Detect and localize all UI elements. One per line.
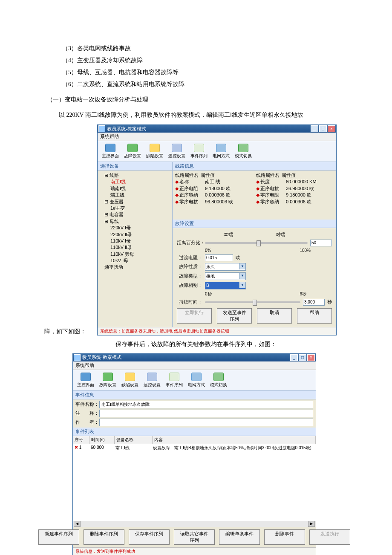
tb-main[interactable]: 主控界面 — [75, 372, 96, 389]
tree-item[interactable]: 220kV Ⅱ母 — [100, 231, 170, 238]
tb-grid[interactable]: 电网方式 — [211, 143, 231, 160]
scroll-right-icon[interactable]: ▶ — [308, 521, 315, 527]
resistance-input[interactable]: 0.015 — [205, 254, 233, 261]
send-exec-button[interactable]: 发送执行 — [309, 529, 350, 545]
del-event-button[interactable]: 删除事件 — [264, 529, 305, 545]
label-resistance: 过渡电阻： — [177, 254, 202, 261]
info-header: 事件信息 — [73, 391, 316, 399]
menubar[interactable]: 系统帮助 — [98, 133, 336, 141]
tree-item[interactable]: 频率扰动 — [100, 264, 170, 270]
table-header: 序号 时间(s) 设备名称 内容 — [73, 436, 316, 444]
wrench-icon — [172, 144, 182, 152]
tb-grid[interactable]: 电网方式 — [186, 372, 207, 389]
cycle-icon — [213, 373, 224, 381]
tb-defect[interactable]: 缺陷设置 — [120, 372, 140, 389]
list-item-6: （6）二次系统、直流系统和站用电系统等故障 — [62, 78, 345, 90]
app-icon — [74, 354, 81, 361]
cycle-icon — [238, 144, 248, 152]
tb-defect[interactable]: 缺陷设置 — [144, 143, 165, 160]
tree-item[interactable]: 端工线 — [100, 192, 170, 198]
edit-event-button[interactable]: 编辑单条事件 — [219, 529, 260, 545]
tree-item[interactable]: 瑞南Ⅰ线 — [100, 185, 170, 192]
list-icon — [169, 373, 179, 381]
section-heading: （一）变电站一次设备故障分析与处理 — [47, 94, 345, 106]
tree-item[interactable]: 10kV Ⅰ母 — [100, 257, 170, 264]
tree-item[interactable]: 1#主变 — [100, 205, 170, 211]
app-icon — [98, 125, 105, 132]
property-grid: 线路属性名属性值 ◆名称南工Ⅰ线 ◆正序电阻9.180000 欧 ◆正序容纳0.… — [173, 171, 336, 207]
fault-header: 故障设置 — [173, 220, 336, 228]
table-row[interactable]: ✖ 1 60.000 南工Ⅰ线 设置故障 南工Ⅰ线B相接地永久故障(距本端50%… — [73, 444, 316, 452]
maximize-button[interactable]: □ — [299, 354, 306, 361]
tree-item[interactable]: 110kV Ⅱ母 — [100, 244, 170, 251]
close-button[interactable]: × — [307, 354, 315, 361]
label-type: 故障类型： — [177, 273, 202, 279]
status-bar: 系统信息：发送到事件序列成功 — [73, 547, 316, 555]
duration-slider[interactable] — [205, 301, 300, 303]
label-duration: 持续时间： — [177, 299, 202, 305]
note-input[interactable] — [99, 410, 313, 417]
execute-button[interactable]: 立即执行 — [177, 308, 212, 324]
titlebar: 教员系统-教案模式 _ □ × — [73, 354, 316, 361]
help-button[interactable]: 帮助 — [297, 308, 332, 324]
cancel-button[interactable]: 取消 — [257, 308, 292, 324]
tb-fault[interactable]: 故障设置 — [98, 372, 118, 389]
grid-icon — [191, 373, 202, 381]
list-icon — [194, 144, 204, 152]
list-item-5: （5）母线、互感器、电抗器和电容器故障等 — [62, 66, 345, 78]
defect-icon — [150, 144, 160, 152]
label-local: 本端 — [224, 231, 233, 238]
status-bar: 系统信息：仿真服务器未启动，请加电 然后点击启动仿真服务器按钮 — [98, 327, 336, 335]
event-list[interactable]: ✖ 1 60.000 南工Ⅰ线 设置故障 南工Ⅰ线B相接地永久故障(距本端50%… — [73, 444, 316, 521]
device-tree[interactable]: ⊟ 线路 南工Ⅰ线 瑞南Ⅰ线 端工线 ⊟ 变压器 1#主变 ⊟ 电容器 ⊟ 母线… — [98, 171, 172, 272]
fault-icon — [127, 144, 138, 152]
tb-fault[interactable]: 故障设置 — [122, 143, 143, 160]
tb-main[interactable]: 主控界面 — [100, 143, 121, 160]
send-button[interactable]: 发送至事件序列 — [217, 308, 252, 324]
list-header: 事件列表 — [73, 428, 316, 436]
del-seq-button[interactable]: 删除事件序列 — [84, 529, 124, 545]
menubar[interactable]: 系统帮助 — [73, 361, 316, 370]
close-button[interactable]: × — [328, 125, 335, 132]
main-icon — [105, 144, 115, 152]
tree-item[interactable]: 110kV 旁母 — [100, 251, 170, 257]
horizontal-scrollbar[interactable]: ◀ ▶ — [73, 521, 316, 527]
minimize-button[interactable]: _ — [311, 125, 318, 132]
tb-mode[interactable]: 模式切换 — [208, 372, 229, 389]
label-name: 事件名称： — [75, 401, 97, 408]
label-distance: 距离百分比： — [177, 240, 202, 246]
nature-select[interactable]: 永久▼ — [205, 263, 246, 271]
tree-item[interactable]: 220kV Ⅰ母 — [100, 225, 170, 231]
tb-mode[interactable]: 模式切换 — [233, 143, 254, 160]
caption-1: 保存事件后，该故障的所有关键参数均在事件序列中，如图： — [47, 341, 345, 348]
window-title: 教员系统-教案模式 — [82, 354, 121, 361]
tree-item-selected[interactable]: 南工Ⅰ线 — [100, 179, 170, 185]
distance-slider[interactable] — [205, 242, 308, 244]
tb-events[interactable]: 事件序列 — [189, 143, 209, 160]
minimize-button[interactable]: _ — [290, 354, 298, 361]
grid-icon — [216, 144, 226, 152]
label-nature: 故障性质： — [177, 263, 202, 270]
author-input[interactable] — [99, 419, 313, 426]
phase-select[interactable]: B▼ — [205, 282, 246, 289]
type-select[interactable]: 接地▼ — [205, 272, 246, 280]
tb-events[interactable]: 事件序列 — [164, 372, 184, 389]
label-note: 注 释： — [75, 410, 97, 416]
maximize-button[interactable]: □ — [319, 125, 327, 132]
distance-value[interactable]: 50 — [310, 240, 332, 246]
new-seq-button[interactable]: 新建事件序列 — [38, 529, 79, 545]
scroll-left-icon[interactable]: ◀ — [74, 521, 81, 527]
name-input[interactable]: 南工Ⅰ线单相接地永久故障 — [99, 401, 313, 408]
main-icon — [81, 373, 91, 381]
label-phase: 故障相别： — [177, 282, 202, 289]
tree-item[interactable]: 110kV Ⅰ母 — [100, 238, 170, 244]
read-seq-button[interactable]: 读取其它事件序列 — [174, 529, 215, 545]
chevron-down-icon: ▼ — [239, 273, 245, 279]
tb-remote[interactable]: 遥控设置 — [167, 143, 187, 160]
save-seq-button[interactable]: 保存事件序列 — [129, 529, 170, 545]
window-title: 教员系统-教案模式 — [107, 126, 146, 132]
paragraph-tail: 障，如下如图： — [44, 328, 86, 335]
duration-value[interactable]: 3.000 — [303, 299, 325, 306]
defect-icon — [125, 373, 135, 381]
tb-remote[interactable]: 遥控设置 — [142, 372, 162, 389]
